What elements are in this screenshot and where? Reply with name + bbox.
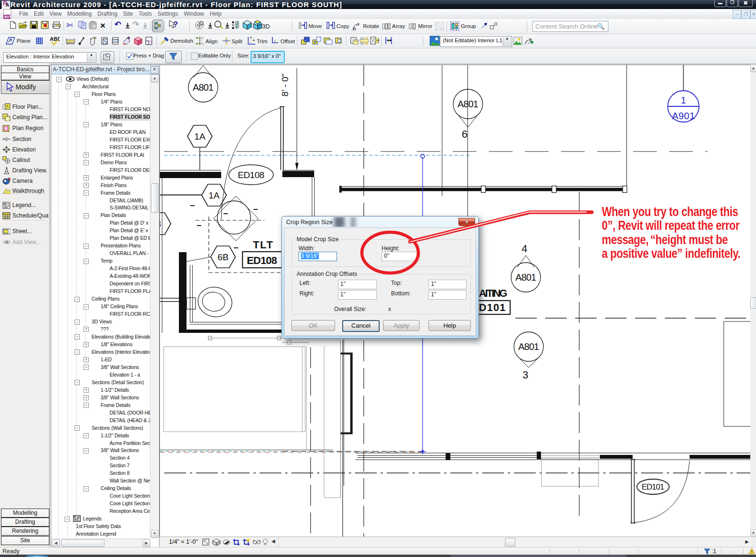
- svg-text:4: 4: [522, 243, 527, 255]
- svg-text:A901: A901: [672, 111, 695, 121]
- svg-text:?: ?: [173, 20, 178, 28]
- svg-text:1A: 1A: [194, 132, 205, 142]
- svg-text:1A: 1A: [208, 190, 220, 200]
- svg-text:A801: A801: [515, 272, 536, 283]
- svg-text:ABC: ABC: [50, 36, 60, 42]
- svg-text:3: 3: [523, 369, 528, 381]
- svg-text:8' - 0": 8' - 0": [280, 74, 290, 96]
- svg-text:A801: A801: [518, 341, 539, 352]
- svg-text:6: 6: [462, 128, 467, 140]
- svg-text:3: 3: [160, 219, 161, 229]
- svg-text:AITING: AITING: [479, 287, 507, 299]
- svg-text:1: 1: [681, 95, 686, 105]
- svg-text:D101: D101: [479, 302, 505, 313]
- svg-text:ED108: ED108: [238, 170, 264, 180]
- svg-text:A801: A801: [457, 99, 478, 109]
- svg-text:ED101: ED101: [642, 482, 664, 491]
- svg-text:ED108: ED108: [247, 255, 277, 266]
- svg-text:6B: 6B: [217, 252, 228, 262]
- svg-text:TLT: TLT: [253, 239, 273, 251]
- svg-text:A801: A801: [193, 82, 214, 93]
- svg-text:!: !: [751, 549, 753, 554]
